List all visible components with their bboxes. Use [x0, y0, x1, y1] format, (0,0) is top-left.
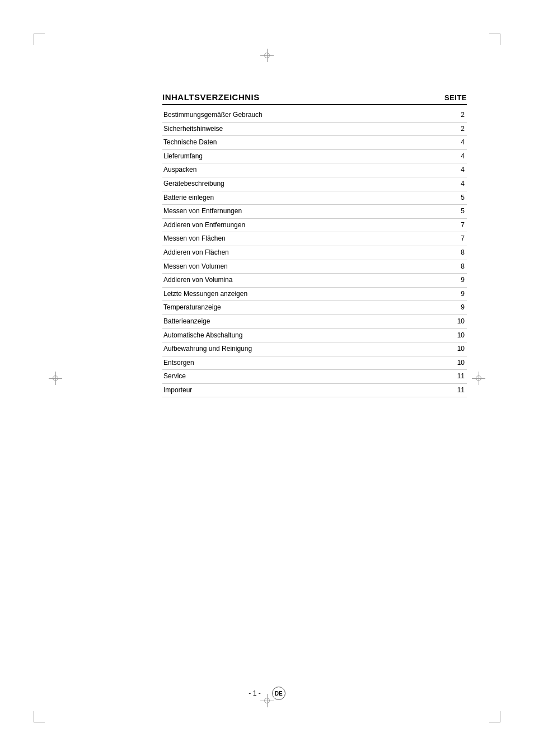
footer-language-badge: DE	[272, 687, 285, 700]
toc-row: Gerätebeschreibung4	[162, 177, 467, 191]
toc-row: Technische Daten4	[162, 136, 467, 150]
toc-row: Messen von Entfernungen5	[162, 205, 467, 219]
toc-entry-title: Messen von Volumen	[162, 260, 421, 274]
toc-row: Letzte Messungen anzeigen9	[162, 287, 467, 301]
corner-mark-bottom-left	[34, 706, 50, 722]
toc-row: Service11	[162, 370, 467, 384]
toc-entry-page: 2	[421, 109, 467, 122]
corner-mark-bottom-right	[484, 706, 500, 722]
toc-entry-page: 8	[421, 246, 467, 260]
crosshair-top	[260, 49, 274, 62]
page: INHALTSVERZEICHNIS SEITE Bestimmungsgemä…	[0, 0, 534, 756]
footer-page-number: - 1 -	[249, 689, 260, 697]
footer-language-text: DE	[275, 691, 283, 697]
toc-row: Batterieanzeige10	[162, 314, 467, 328]
toc-entry-title: Aufbewahrung und Reinigung	[162, 342, 421, 356]
footer: - 1 - DE	[0, 687, 534, 700]
toc-entry-title: Messen von Entfernungen	[162, 205, 421, 219]
toc-row: Messen von Volumen8	[162, 260, 467, 274]
toc-entry-page: 9	[421, 301, 467, 315]
toc-entry-page: 7	[421, 232, 467, 246]
corner-mark-top-left	[34, 34, 50, 50]
toc-page-header: SEITE	[444, 93, 467, 102]
toc-entry-title: Messen von Flächen	[162, 232, 421, 246]
toc-row: Auspacken4	[162, 163, 467, 177]
toc-entry-page: 10	[421, 356, 467, 370]
toc-entry-page: 7	[421, 218, 467, 232]
toc-entry-page: 4	[421, 136, 467, 150]
toc-entry-title: Sicherheitshinweise	[162, 122, 421, 136]
toc-row: Temperaturanzeige9	[162, 301, 467, 315]
toc-entry-title: Batterie einlegen	[162, 191, 421, 205]
toc-row: Messen von Flächen7	[162, 232, 467, 246]
toc-entry-title: Bestimmungsgemäßer Gebrauch	[162, 109, 421, 122]
toc-title: INHALTSVERZEICHNIS	[162, 92, 260, 102]
toc-row: Bestimmungsgemäßer Gebrauch2	[162, 109, 467, 122]
toc-row: Importeur11	[162, 383, 467, 397]
crosshair-right	[472, 372, 485, 385]
toc-entry-page: 10	[421, 342, 467, 356]
toc-entry-title: Batterieanzeige	[162, 314, 421, 328]
toc-entry-title: Addieren von Flächen	[162, 246, 421, 260]
toc-entry-page: 9	[421, 274, 467, 288]
toc-entry-title: Temperaturanzeige	[162, 301, 421, 315]
toc-entry-title: Auspacken	[162, 163, 421, 177]
toc-entry-title: Service	[162, 370, 421, 384]
toc-entry-page: 4	[421, 149, 467, 163]
toc-row: Lieferumfang4	[162, 149, 467, 163]
toc-row: Batterie einlegen5	[162, 191, 467, 205]
toc-entry-title: Importeur	[162, 383, 421, 397]
toc-entry-page: 4	[421, 163, 467, 177]
crosshair-left	[49, 372, 62, 385]
toc-row: Addieren von Volumina9	[162, 274, 467, 288]
toc-entry-page: 11	[421, 370, 467, 384]
toc-entry-page: 5	[421, 191, 467, 205]
toc-row: Automatische Abschaltung10	[162, 328, 467, 342]
toc-entry-title: Lieferumfang	[162, 149, 421, 163]
toc-entry-page: 4	[421, 177, 467, 191]
toc-table: Bestimmungsgemäßer Gebrauch2Sicherheitsh…	[162, 109, 467, 397]
toc-row: Addieren von Entfernungen7	[162, 218, 467, 232]
toc-entry-page: 5	[421, 205, 467, 219]
toc-entry-title: Addieren von Volumina	[162, 274, 421, 288]
corner-mark-top-right	[484, 34, 500, 50]
toc-entry-title: Automatische Abschaltung	[162, 328, 421, 342]
toc-header: INHALTSVERZEICHNIS SEITE	[162, 92, 467, 105]
toc-entry-page: 10	[421, 328, 467, 342]
toc-row: Aufbewahrung und Reinigung10	[162, 342, 467, 356]
toc-entry-title: Letzte Messungen anzeigen	[162, 287, 421, 301]
toc-row: Addieren von Flächen8	[162, 246, 467, 260]
toc-content: INHALTSVERZEICHNIS SEITE Bestimmungsgemä…	[162, 92, 467, 666]
toc-entry-page: 8	[421, 260, 467, 274]
toc-entry-page: 11	[421, 383, 467, 397]
toc-entry-title: Technische Daten	[162, 136, 421, 150]
toc-entry-page: 10	[421, 314, 467, 328]
toc-entry-title: Entsorgen	[162, 356, 421, 370]
toc-entry-title: Gerätebeschreibung	[162, 177, 421, 191]
toc-entry-page: 9	[421, 287, 467, 301]
toc-row: Entsorgen10	[162, 356, 467, 370]
toc-entry-title: Addieren von Entfernungen	[162, 218, 421, 232]
toc-row: Sicherheitshinweise2	[162, 122, 467, 136]
toc-entry-page: 2	[421, 122, 467, 136]
